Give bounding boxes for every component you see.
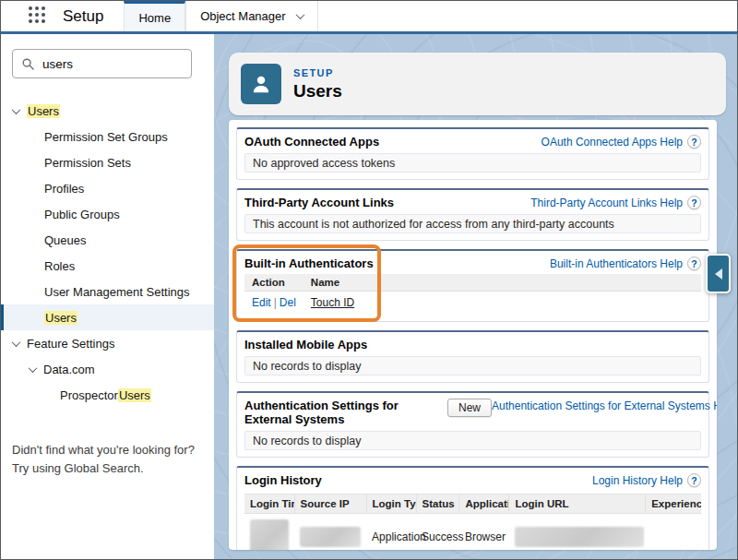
sidebar-item-feature-settings[interactable]: Feature Settings <box>1 330 214 356</box>
arrow-left-icon <box>715 268 722 280</box>
status-cell: Success <box>416 514 459 551</box>
page-header-text: SETUP Users <box>293 67 342 101</box>
section-oauth-connected-apps: OAuth Connected Apps OAuth Connected App… <box>236 127 709 180</box>
app-launcher-icon[interactable] <box>29 6 49 27</box>
experience-cell <box>646 514 701 551</box>
chevron-down-icon <box>29 363 38 373</box>
edit-link[interactable]: Edit <box>252 296 271 309</box>
setup-eyebrow: SETUP <box>293 67 342 78</box>
table-row: Edit|Del Touch ID <box>244 292 701 316</box>
section-title: OAuth Connected Apps <box>244 135 379 149</box>
setup-sidebar: Users Permission Set Groups Permission S… <box>1 34 214 559</box>
tab-object-manager[interactable]: Object Manager <box>185 1 317 31</box>
table-row: Application Success Browser <box>244 514 701 551</box>
help-icon[interactable]: ? <box>687 256 701 270</box>
sidebar-item-prospector-users[interactable]: Prospector Users <box>1 382 214 408</box>
help-icon[interactable]: ? <box>687 135 701 149</box>
chevron-down-icon <box>295 10 304 19</box>
nav-tabs: Home Object Manager <box>124 1 317 31</box>
third-party-help-link[interactable]: Third-Party Account Links Help <box>530 197 683 209</box>
sidebar-item-profiles[interactable]: Profiles <box>1 175 214 201</box>
oauth-help-link[interactable]: OAuth Connected Apps Help <box>542 136 683 149</box>
sidebar-item-permission-set-groups[interactable]: Permission Set Groups <box>1 124 214 149</box>
auth-external-empty-state: No records to display <box>244 431 701 450</box>
tab-home[interactable]: Home <box>124 1 185 31</box>
sidebar-search-box[interactable] <box>12 49 192 78</box>
column-header-login-time: Login Time <box>244 494 294 514</box>
sidebar-item-public-groups[interactable]: Public Groups <box>1 201 214 227</box>
side-panel-toggle-handle[interactable] <box>706 254 731 293</box>
section-login-history: Login History Login History Help ? Login… <box>236 466 709 550</box>
sidebar-footer-note: Didn't find what you're looking for? Try… <box>12 441 201 478</box>
section-title: Built-in Authenticators <box>244 256 374 270</box>
section-builtin-authenticators: Built-in Authenticators Built-in Authent… <box>236 249 709 322</box>
sidebar-item-datacom[interactable]: Data.com <box>1 356 214 382</box>
section-title: Installed Mobile Apps <box>244 338 367 351</box>
login-type-cell: Application <box>366 514 416 551</box>
column-header-name: Name <box>304 274 701 292</box>
sidebar-item-users-group[interactable]: Users <box>1 98 214 124</box>
oauth-empty-state: No approved access tokens <box>244 153 701 173</box>
section-third-party-account-links: Third-Party Account Links Third-Party Ac… <box>236 188 709 241</box>
column-header-login-url: Login URL <box>509 494 646 514</box>
section-title: Third-Party Account Links <box>244 196 394 209</box>
auth-external-help-link[interactable]: Authentication Settings for External Sys… <box>492 399 717 412</box>
help-icon[interactable]: ? <box>687 473 701 487</box>
column-header-application: Application <box>459 494 509 514</box>
section-installed-mobile-apps: Installed Mobile Apps No records to disp… <box>236 330 709 383</box>
redacted-source-ip <box>300 527 361 547</box>
sidebar-item-users[interactable]: Users <box>1 304 214 330</box>
touch-id-link[interactable]: Touch ID <box>311 296 354 309</box>
page-title: Users <box>293 81 342 101</box>
chevron-down-icon <box>12 338 21 347</box>
sidebar-item-permission-sets[interactable]: Permission Sets <box>1 149 214 175</box>
setup-detail-panel: OAuth Connected Apps OAuth Connected App… <box>229 120 717 550</box>
login-history-table: Login Time Source IP Login Type Status A… <box>244 494 701 550</box>
redacted-login-url <box>515 527 644 547</box>
builtin-auth-help-link[interactable]: Built-in Authenticators Help <box>550 257 683 270</box>
column-header-action: Action <box>244 274 304 292</box>
third-party-empty-state: This account is not authorized for acces… <box>244 214 701 233</box>
login-history-table-wrap: Login Time Source IP Login Type Status A… <box>244 494 701 550</box>
sidebar-item-roles[interactable]: Roles <box>1 253 214 279</box>
help-icon[interactable]: ? <box>687 196 701 209</box>
del-link[interactable]: Del <box>280 296 296 309</box>
app-title: Setup <box>63 7 103 26</box>
main-content: SETUP Users OAuth Connected Apps OAuth C… <box>214 34 737 559</box>
mobile-apps-empty-state: No records to display <box>244 356 701 375</box>
section-auth-settings-external: Authentication Settings for External Sys… <box>236 391 709 458</box>
chevron-down-icon <box>12 105 21 114</box>
column-header-login-type: Login Type <box>366 494 416 514</box>
column-header-source-ip: Source IP <box>294 494 366 514</box>
section-title: Authentication Settings for External Sys… <box>244 399 412 426</box>
sidebar-item-user-management-settings[interactable]: User Management Settings <box>1 279 214 304</box>
top-bar: Setup Home Object Manager <box>1 1 737 31</box>
section-title: Login History <box>244 473 322 487</box>
builtin-auth-table: Action Name Edit|Del Touch ID <box>244 274 701 315</box>
sidebar-item-queues[interactable]: Queues <box>1 227 214 253</box>
new-button[interactable]: New <box>447 399 492 417</box>
login-history-help-link[interactable]: Login History Help <box>592 474 683 487</box>
column-header-experience: Experience <box>646 494 701 514</box>
users-setup-icon <box>241 64 281 104</box>
tab-divider <box>317 1 318 31</box>
user-icon <box>249 72 273 96</box>
redacted-login-time <box>250 519 289 550</box>
page-header-card: SETUP Users <box>229 53 726 115</box>
search-icon <box>22 58 34 70</box>
application-cell: Browser <box>459 514 509 551</box>
salesforce-setup-window: Setup Home Object Manager <box>0 0 738 560</box>
column-header-status: Status <box>416 494 459 514</box>
search-input[interactable] <box>42 57 162 71</box>
setup-tree: Users Permission Set Groups Permission S… <box>1 98 214 408</box>
